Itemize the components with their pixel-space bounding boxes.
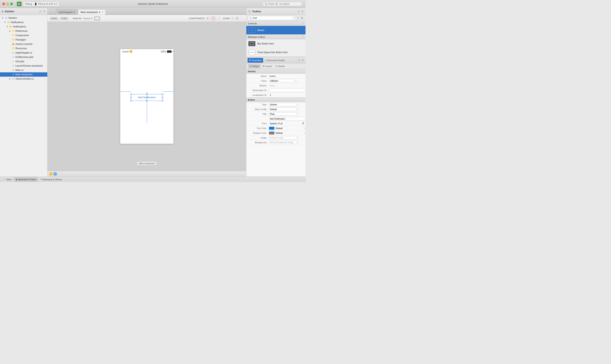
windows-collapse-icon[interactable]: ⌃ <box>302 36 304 38</box>
title-value-input-wrap[interactable] <box>268 117 306 120</box>
sidebar-minimize-btn[interactable]: ◻ <box>39 10 42 13</box>
toolbox-minimize-btn[interactable]: ◻ <box>297 10 300 13</box>
h-badge[interactable]: H Any <box>60 17 68 20</box>
global-search-input[interactable] <box>268 2 300 5</box>
sidebar-item-packages[interactable]: ▶ 📁 Packages <box>0 38 47 42</box>
sidebar-item-solution[interactable]: ▶ ⊟ Solution <box>0 16 47 20</box>
background-value[interactable]: Default Background Image ▾ <box>268 141 306 144</box>
titlebar-center: Xamarin Studio Enterprise <box>138 2 168 5</box>
debug-badge[interactable]: Debug › 📱 iPhone 6s iOS 9.3 <box>23 2 59 6</box>
state-config-dropdown[interactable]: Default ▾ <box>269 108 299 111</box>
prop-row-class: Class UIButton ▾ <box>246 78 306 83</box>
title-type-value[interactable]: Plain ▾ <box>268 112 306 116</box>
text-color-swatch[interactable]: Default ▾ <box>269 127 306 130</box>
shadow-color-value[interactable]: Default ▾ <box>268 131 306 135</box>
sidebar-item-viewcontroller[interactable]: ▶ C# ViewController.cs <box>0 77 47 81</box>
run-button[interactable]: ▶ <box>17 1 22 6</box>
type-dropdown[interactable]: System ▾ <box>269 103 299 106</box>
properties-content: Identity Name button Class <box>246 69 306 176</box>
restoration-input[interactable] <box>269 89 306 92</box>
toolbox-item-button[interactable]: □ Button <box>246 26 306 35</box>
assets-icon: 🎨 <box>12 43 15 45</box>
sidebar-item-launchscreen[interactable]: ▶ S LaunchScreen.storyboard <box>0 64 47 68</box>
image-value[interactable]: Default Image ▾ <box>268 136 306 139</box>
sub-tab-events[interactable]: ⊙ Events <box>274 64 286 68</box>
font-T-btn[interactable]: T <box>302 122 305 125</box>
tab-nav-back[interactable]: ‹ <box>49 11 52 15</box>
prop-panel-close[interactable]: ✕ <box>301 59 304 62</box>
toolbox-close-btn[interactable]: ✕ <box>301 10 304 13</box>
grid-view-btn[interactable]: ⊞ <box>300 16 304 20</box>
dot-6 <box>254 52 255 52</box>
tab-appdelegate[interactable]: AppDelegate.cs <box>56 9 78 15</box>
shadow-color-swatch[interactable]: Default ▾ <box>269 131 306 135</box>
widget-label: Widget <box>252 65 259 67</box>
tab-bar: ‹ › AppDelegate.cs Main.storyboard ✕ <box>47 8 246 15</box>
title-type-dropdown[interactable]: Plain ▾ <box>269 112 299 116</box>
status-tab-app-output[interactable]: ■ Application Output <box>14 177 38 182</box>
titlebar-search[interactable]: 🔍 <box>263 2 302 6</box>
arrow-notifications-root: ▶ <box>4 21 6 24</box>
footer-icon-2[interactable]: ↺ <box>54 172 57 176</box>
list-view-btn[interactable]: ≡ <box>296 16 300 20</box>
tab-close-btn[interactable]: ✕ <box>101 11 103 13</box>
maximize-button[interactable] <box>10 2 13 5</box>
folder-blue-icon: 📂 <box>9 25 13 28</box>
sidebar-item-components[interactable]: ▶ 📁 Components <box>0 33 47 38</box>
minimize-button[interactable] <box>6 2 9 5</box>
sidebar-item-infoplist[interactable]: ▶ P Info.plist <box>0 59 47 64</box>
solution-file-icon: ⊟ <box>5 17 8 19</box>
class-value[interactable]: UIButton ▾ <box>268 79 306 82</box>
status-tab-deploying[interactable]: ↗ Deploying to Device <box>38 177 64 182</box>
toolbox-search-input[interactable] <box>253 17 291 19</box>
toolbox-item-fixed-space[interactable]: Fixed Space Bar Button Item <box>246 48 306 57</box>
toolbox-windows-items: Bar Button Item Fixed Space Bar Button <box>246 39 306 57</box>
sidebar-item-notifications-project[interactable]: ▶ 📂 Notifications <box>0 25 47 29</box>
tab-properties[interactable]: ⊞ Properties <box>248 58 263 63</box>
close-button[interactable] <box>2 2 5 5</box>
state-config-value[interactable]: Default ▾ <box>268 108 306 111</box>
sidebar-item-notifications-root[interactable]: ▶ 📁 Notifications <box>0 20 47 25</box>
background-dropdown[interactable]: Default Background Image ▾ <box>269 141 299 144</box>
text-color-arrow: ▾ <box>305 127 306 129</box>
constraint-rect-btn[interactable]: □ <box>217 17 221 20</box>
tab-mainstoryboard[interactable]: Main.storyboard ✕ <box>78 9 106 15</box>
toolbox-item-bar-button[interactable]: Bar Button Item <box>246 39 306 48</box>
zoom-in-btn[interactable]: + <box>230 17 234 20</box>
w-badge[interactable]: w Any <box>50 17 58 20</box>
title-value-input[interactable] <box>269 117 306 120</box>
add-constraint-btn[interactable]: ⊞ <box>206 17 210 20</box>
sidebar-item-assets[interactable]: ▶ 🎨 Assets.xcassets <box>0 42 47 46</box>
sidebar-item-appdelegate[interactable]: ▶ C# AppDelegate.cs <box>0 51 47 55</box>
zoom-fit-btn[interactable]: ⊡ <box>235 17 239 20</box>
bar-button-preview-icon <box>248 41 255 46</box>
error-constraint-btn[interactable]: ⊠ <box>211 17 215 20</box>
status-tab-tasks[interactable]: ✓ Tasks <box>1 177 14 182</box>
controls-collapse-icon[interactable]: ⌃ <box>302 23 304 25</box>
sub-tab-layout[interactable]: ⊞ Layout <box>261 64 273 68</box>
sidebar-item-maincs[interactable]: ▶ C# Main.cs <box>0 68 47 72</box>
restoration-value[interactable] <box>268 89 306 92</box>
sub-tab-widget[interactable]: ⊟ Widget <box>248 64 261 68</box>
image-dropdown[interactable]: Default Image ▾ <box>269 136 299 139</box>
sidebar-item-references[interactable]: ▶ 📁 References <box>0 29 47 33</box>
prop-panel-minimize[interactable]: ◻ <box>297 59 301 62</box>
search-clear-icon[interactable]: ⊗ <box>292 17 294 19</box>
sidebar-close-btn[interactable]: ✕ <box>42 10 46 13</box>
name-value: button <box>268 75 306 78</box>
zoom-out-btn[interactable]: - <box>240 17 244 20</box>
view-as-dropdown[interactable]: Generic ▾ <box>82 17 94 20</box>
class-dropdown[interactable]: UIButton ▾ <box>269 79 297 82</box>
sidebar-item-mainstoryboard[interactable]: ▶ S Main.storyboard <box>0 72 47 77</box>
sidebar-item-resources[interactable]: ▶ 📁 Resources <box>0 46 47 51</box>
tab-document-outline[interactable]: ≡ Document Outline <box>264 58 287 63</box>
iphone-frame: Carrier 📶 100% <box>120 49 174 144</box>
font-value[interactable]: System 17 pt T <box>268 122 306 125</box>
type-value[interactable]: System ▾ <box>268 103 306 106</box>
storyboard-canvas[interactable]: ▶ Carrier 📶 100% <box>47 22 246 171</box>
footer-icon-1[interactable]: ⚠ <box>49 172 53 176</box>
text-color-value[interactable]: Default ▾ <box>268 127 306 130</box>
main-content: ⊞ Solution ◻ ✕ ▶ ⊟ Solution ▶ 📁 <box>0 8 306 176</box>
tab-nav-forward[interactable]: › <box>52 11 55 15</box>
sidebar-item-entitlements[interactable]: ▶ P Entitlements.plist <box>0 55 47 59</box>
